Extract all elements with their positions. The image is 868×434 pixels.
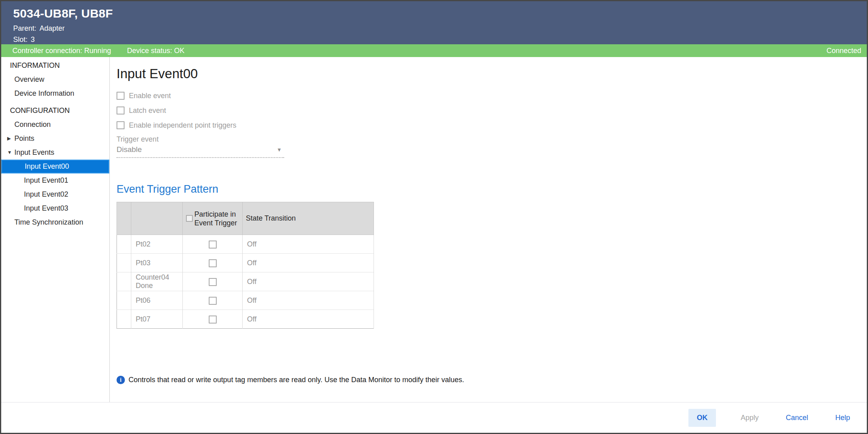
enable-event-row: Enable event [117, 91, 855, 100]
sidebar-item-input-events[interactable]: ▼Input Events [1, 146, 109, 160]
latch-event-row: Latch event [117, 106, 855, 115]
cancel-button[interactable]: Cancel [783, 409, 811, 427]
table-header-row: Participate in Event Trigger State Trans… [117, 202, 374, 235]
chevron-down-icon: ▼ [277, 147, 284, 153]
independent-point-triggers-label: Enable independent point triggers [129, 121, 236, 130]
sidebar-item-connection[interactable]: Connection [1, 118, 109, 132]
slot-line: Slot:3 [13, 36, 867, 44]
event-trigger-pattern-table: Participate in Event Trigger State Trans… [117, 202, 374, 329]
readonly-note-text: Controls that read or write output tag m… [129, 376, 464, 384]
table-row: Pt06 Off [117, 291, 374, 310]
sidebar-item-points-label: Points [14, 134, 34, 142]
latch-event-checkbox[interactable] [117, 107, 125, 114]
sidebar-header-configuration: CONFIGURATION [1, 104, 109, 118]
trigger-event-label: Trigger event [117, 135, 284, 144]
participate-cell [183, 272, 243, 291]
participate-checkbox[interactable] [209, 241, 217, 249]
sidebar-header-information: INFORMATION [1, 59, 109, 73]
footer-bar: OK Apply Cancel Help [1, 402, 867, 433]
event-trigger-pattern-title: Event Trigger Pattern [117, 182, 855, 196]
expanded-arrow-icon[interactable]: ▼ [7, 146, 12, 160]
point-name-cell: Counter04 Done [131, 272, 183, 291]
sidebar-item-input-event02[interactable]: Input Event02 [1, 187, 109, 201]
slot-value: 3 [31, 36, 35, 43]
sidebar-item-input-event00[interactable]: Input Event00 [1, 160, 109, 174]
row-selector-cell[interactable] [117, 272, 131, 291]
state-transition-cell: Off [243, 272, 374, 291]
row-selector-cell[interactable] [117, 310, 131, 329]
page-title: Input Event00 [117, 65, 855, 83]
independent-point-triggers-checkbox[interactable] [117, 121, 125, 129]
sidebar-item-overview[interactable]: Overview [1, 73, 109, 87]
participate-checkbox[interactable] [209, 316, 217, 324]
device-title: 5034-UB8F, UB8F [13, 7, 867, 20]
main-spacer [117, 329, 855, 376]
apply-button[interactable]: Apply [738, 409, 761, 427]
state-transition-cell: Off [243, 235, 374, 254]
independent-point-triggers-row: Enable independent point triggers [117, 121, 855, 130]
device-profile-window: 5034-UB8F, UB8F Parent:Adapter Slot:3 Co… [0, 0, 868, 434]
table-row: Counter04 Done Off [117, 272, 374, 291]
sidebar-item-input-event01[interactable]: Input Event01 [1, 174, 109, 187]
state-transition-cell: Off [243, 254, 374, 272]
participate-all-checkbox[interactable] [186, 215, 193, 222]
point-name-header [131, 202, 183, 235]
sidebar-item-input-event03[interactable]: Input Event03 [1, 201, 109, 215]
participate-header-label: Participate in Event Trigger [194, 210, 239, 227]
participate-cell [183, 235, 243, 254]
table-row: Pt02 Off [117, 235, 374, 254]
info-icon: i [117, 376, 125, 384]
participate-checkbox[interactable] [209, 278, 217, 286]
participate-cell [183, 291, 243, 310]
help-button[interactable]: Help [833, 409, 852, 427]
point-name-cell: Pt03 [131, 254, 183, 272]
participate-checkbox[interactable] [209, 259, 217, 267]
row-selector-cell[interactable] [117, 254, 131, 272]
latch-event-label: Latch event [129, 107, 166, 115]
trigger-event-select[interactable]: Disable ▼ [117, 144, 284, 158]
titlebar: 5034-UB8F, UB8F Parent:Adapter Slot:3 [1, 1, 867, 44]
sidebar-item-input-events-label: Input Events [14, 148, 54, 156]
point-name-cell: Pt07 [131, 310, 183, 329]
controller-connection-status: Controller connection: Running [12, 47, 111, 55]
readonly-note: i Controls that read or write output tag… [117, 376, 855, 384]
ok-button[interactable]: OK [688, 409, 716, 427]
trigger-event-field: Trigger event Disable ▼ [117, 135, 284, 158]
connection-state-badge: Connected [826, 47, 861, 55]
row-selector-cell[interactable] [117, 291, 131, 310]
state-transition-cell: Off [243, 291, 374, 310]
sidebar-nav: INFORMATION Overview Device Information … [1, 57, 110, 402]
participate-cell [183, 254, 243, 272]
parent-label: Parent: [13, 24, 36, 32]
participate-header: Participate in Event Trigger [183, 202, 243, 235]
sidebar-item-time-synchronization[interactable]: Time Synchronization [1, 215, 109, 229]
parent-line: Parent:Adapter [13, 24, 867, 33]
participate-checkbox[interactable] [209, 297, 217, 305]
point-name-cell: Pt06 [131, 291, 183, 310]
row-selector-cell[interactable] [117, 235, 131, 254]
enable-event-checkbox[interactable] [117, 92, 125, 100]
enable-event-label: Enable event [129, 92, 171, 100]
table-row: Pt03 Off [117, 254, 374, 272]
parent-value: Adapter [40, 24, 65, 32]
slot-label: Slot: [13, 36, 28, 43]
body: INFORMATION Overview Device Information … [1, 57, 867, 402]
status-bar: Controller connection: Running Device st… [1, 44, 867, 57]
trigger-event-value: Disable [117, 145, 277, 154]
device-status: Device status: OK [127, 47, 184, 55]
main-pane: Input Event00 Enable event Latch event E… [110, 57, 867, 402]
state-transition-cell: Off [243, 310, 374, 329]
participate-cell [183, 310, 243, 329]
sidebar-item-device-information[interactable]: Device Information [1, 87, 109, 101]
point-name-cell: Pt02 [131, 235, 183, 254]
sidebar-list: INFORMATION Overview Device Information … [1, 59, 109, 229]
collapsed-arrow-icon[interactable]: ▶ [7, 132, 11, 146]
table-row: Pt07 Off [117, 310, 374, 329]
row-selector-header [117, 202, 131, 235]
state-transition-header: State Transition [243, 202, 374, 235]
sidebar-item-points[interactable]: ▶Points [1, 132, 109, 146]
